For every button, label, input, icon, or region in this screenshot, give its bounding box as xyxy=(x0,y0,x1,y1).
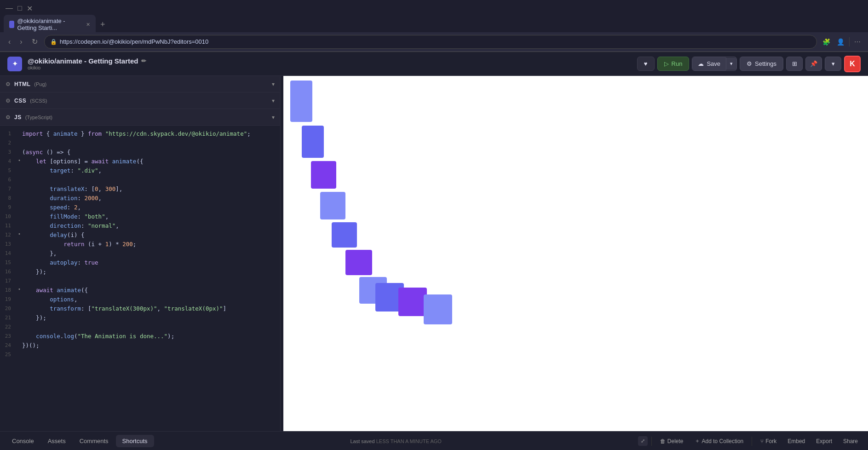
css-panel-header: ⚙ CSS (SCSS) ▾ xyxy=(0,92,280,109)
app-header: ✦ @okikio/animate - Getting Started ✏ ok… xyxy=(0,52,868,76)
code-line: 18• await animate({ xyxy=(0,286,280,295)
settings-icon: ⚙ xyxy=(747,60,752,67)
delete-button[interactable]: 🗑 Delete xyxy=(655,436,688,447)
animated-box xyxy=(345,250,372,275)
profile-button[interactable]: 👤 xyxy=(835,36,846,47)
animation-preview xyxy=(283,76,868,431)
code-line: 11 direction: "normal", xyxy=(0,221,280,231)
code-line: 16 }); xyxy=(0,267,280,277)
code-line: 15 autoplay: true xyxy=(0,258,280,267)
bottom-bar: Console Assets Comments Shortcuts Last s… xyxy=(0,431,868,450)
js-panel-header: ⚙ JS (TypeScript) ▾ xyxy=(0,109,280,126)
code-line: 2 xyxy=(0,138,280,148)
code-line: 14 }, xyxy=(0,249,280,258)
code-line: 25 xyxy=(0,350,280,359)
refresh-button[interactable]: ↻ xyxy=(29,35,40,48)
code-line: 5 target: ".div", xyxy=(0,166,280,175)
code-line: 1import { animate } from "https://cdn.sk… xyxy=(0,129,280,138)
fork-button[interactable]: ⑂ Fork xyxy=(756,436,781,447)
code-line: 6 xyxy=(0,175,280,185)
css-expand-icon[interactable]: ▾ xyxy=(272,98,275,104)
layout-icon: ⊞ xyxy=(792,60,797,67)
run-button[interactable]: ▷ ▷ Run Run xyxy=(657,57,690,71)
add-to-collection-button[interactable]: ＋ Add to Collection xyxy=(690,435,748,447)
code-line: 4• let [options] = await animate({ xyxy=(0,157,280,166)
header-title-area: @okikio/animate - Getting Started ✏ okik… xyxy=(28,57,632,70)
save-button[interactable]: ☁ Save xyxy=(692,57,726,70)
embed-button[interactable]: Embed xyxy=(783,436,810,447)
save-dropdown: ☁ Save ▾ xyxy=(692,57,737,71)
new-tab-button[interactable]: + xyxy=(98,20,108,29)
save-dropdown-arrow[interactable]: ▾ xyxy=(726,58,736,70)
code-line: 13 return (i + 1) * 200; xyxy=(0,240,280,249)
tab-assets[interactable]: Assets xyxy=(41,435,72,447)
export-button[interactable]: Export xyxy=(811,436,837,447)
code-line: 21 }); xyxy=(0,313,280,323)
js-expand-icon[interactable]: ▾ xyxy=(272,114,275,121)
window-controls-close: ✕ xyxy=(27,4,33,13)
window-controls-min: — xyxy=(6,4,13,12)
chevron-down-icon: ▾ xyxy=(832,60,835,67)
avatar[interactable]: K xyxy=(844,56,861,72)
html-expand-icon[interactable]: ▾ xyxy=(272,81,275,87)
css-settings-icon[interactable]: ⚙ xyxy=(6,98,11,104)
menu-button[interactable]: ⋯ xyxy=(852,36,862,47)
extensions-button[interactable]: 🧩 xyxy=(821,36,832,47)
code-line: 20 transform: ["translateX(300px)", "tra… xyxy=(0,304,280,313)
code-line: 22 xyxy=(0,323,280,332)
animated-box xyxy=(332,222,357,248)
tab-title: @okikio/animate - Getting Starti... xyxy=(17,17,81,31)
url-input[interactable] xyxy=(60,38,811,45)
pin-icon: 📌 xyxy=(810,60,817,67)
tab-close-icon[interactable]: ✕ xyxy=(86,22,90,28)
settings-button[interactable]: ⚙ Settings xyxy=(740,57,783,71)
back-button[interactable]: ‹ xyxy=(6,36,13,48)
page-title: @okikio/animate - Getting Started ✏ xyxy=(28,57,632,65)
tab-shortcuts[interactable]: Shortcuts xyxy=(116,435,154,447)
window-controls: — □ ✕ xyxy=(6,4,33,13)
app-logo: ✦ xyxy=(7,57,22,71)
header-actions: ♥ ▷ ▷ Run Run ☁ Save ▾ ⚙ Settings ⊞ 📌 ▾ xyxy=(637,56,861,72)
forward-button[interactable]: › xyxy=(17,36,25,48)
animated-box xyxy=(320,192,345,219)
code-line: 8 duration: 2000, xyxy=(0,194,280,203)
animated-box xyxy=(311,161,336,189)
animated-box xyxy=(302,126,324,158)
html-panel-header: ⚙ HTML (Pug) ▾ xyxy=(0,76,280,92)
editor-panel: ⚙ HTML (Pug) ▾ ⚙ CSS (SCSS) ▾ ⚙ JS (Type… xyxy=(0,76,281,431)
code-editor[interactable]: 1import { animate } from "https://cdn.sk… xyxy=(0,126,280,431)
pin-button[interactable]: 📌 xyxy=(805,57,822,71)
tab-console[interactable]: Console xyxy=(6,435,40,447)
layout-button[interactable]: ⊞ xyxy=(786,57,803,71)
code-line: 23 console.log("The Animation is done...… xyxy=(0,332,280,341)
code-line: 12• delay(i) { xyxy=(0,231,280,240)
js-settings-icon[interactable]: ⚙ xyxy=(6,114,11,121)
share-button[interactable]: Share xyxy=(839,436,862,447)
animated-box xyxy=(424,294,452,324)
bottom-status: Last saved LESS THAN A MINUTE AGO xyxy=(155,438,637,444)
tab-favicon xyxy=(9,21,14,28)
love-button[interactable]: ♥ xyxy=(637,57,655,71)
edit-title-icon[interactable]: ✏ xyxy=(141,58,146,64)
code-line: 7 translateX: [0, 300], xyxy=(0,185,280,194)
cloud-icon: ☁ xyxy=(698,60,704,67)
address-bar: 🔒 xyxy=(44,35,817,49)
animated-box xyxy=(290,81,312,122)
tab-comments[interactable]: Comments xyxy=(73,435,115,447)
fork-icon: ⑂ xyxy=(760,438,764,444)
preview-panel xyxy=(283,76,868,431)
more-button[interactable]: ▾ xyxy=(825,57,841,71)
header-subtitle: okikio xyxy=(28,65,632,70)
delete-icon: 🗑 xyxy=(660,438,666,444)
bottom-actions: ⤢ 🗑 Delete ＋ Add to Collection ⑂ Fork Em… xyxy=(638,435,862,447)
expand-preview-button[interactable]: ⤢ xyxy=(638,436,648,446)
browser-tab[interactable]: @okikio/animate - Getting Starti... ✕ xyxy=(4,15,96,34)
window-controls-max: □ xyxy=(17,4,22,12)
code-line: 17 xyxy=(0,277,280,286)
code-line: 9 speed: 2, xyxy=(0,203,280,212)
animated-box xyxy=(398,288,427,316)
html-settings-icon[interactable]: ⚙ xyxy=(6,81,11,87)
main-content: ⚙ HTML (Pug) ▾ ⚙ CSS (SCSS) ▾ ⚙ JS (Type… xyxy=(0,76,868,431)
collection-icon: ＋ xyxy=(695,437,700,445)
status-prefix: Last saved xyxy=(350,438,376,444)
